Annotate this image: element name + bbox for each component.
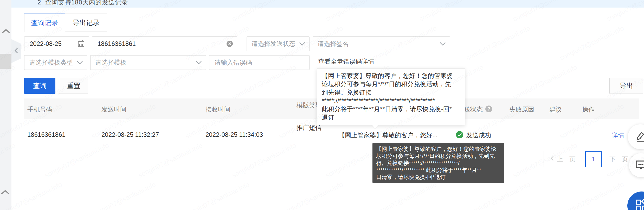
tooltip-line: 到先得。兑换链接 xyxy=(322,88,460,97)
template-type-placeholder: 请选择模板类型 xyxy=(29,58,73,67)
cell-status: 发送成功 xyxy=(466,131,491,139)
reset-button[interactable]: 重置 xyxy=(59,78,88,94)
cell-receive-time: 2022-08-25 11:34:03 xyxy=(205,131,263,138)
send-status-placeholder: 请选择发送状态 xyxy=(252,40,295,48)
cell-send-time: 2022-08-25 11:32:27 xyxy=(101,131,159,138)
tooltip-line: 日清零，请尽快兑换-回*退订 xyxy=(376,174,500,181)
chevron-left-icon xyxy=(14,47,19,55)
send-status-select[interactable]: 请选择发送状态 xyxy=(247,36,310,51)
error-code-detail-link[interactable]: 查看全量错误码详情 xyxy=(318,57,374,66)
sidebar-collapse-handle[interactable] xyxy=(11,39,21,63)
sms-content-tooltip: 【网上管家婆】尊敬的客户，您好！您的管家婆 论坛积分可参与每月*/*/*日的积分… xyxy=(317,68,465,125)
phone-filter[interactable] xyxy=(92,36,237,51)
query-button[interactable]: 查询 xyxy=(24,78,55,94)
pagination-page-label: 1 xyxy=(592,156,595,163)
tooltip-line: 退订 xyxy=(322,113,460,122)
error-code-input[interactable] xyxy=(209,55,309,70)
signature-select[interactable]: 请选择签名 xyxy=(313,36,450,51)
info-banner: 2. 查询支持180天内的发送记录 xyxy=(11,0,644,8)
date-picker[interactable] xyxy=(24,36,89,51)
template-select[interactable]: 请选择模板 xyxy=(90,55,206,70)
success-check-icon xyxy=(456,131,463,138)
sms-query-console: 2. 查询支持180天内的发送记录 查询记录 导出记录 请选择发送状态 请选择签… xyxy=(0,0,644,210)
template-type-select[interactable]: 请选择模板类型 xyxy=(24,55,87,70)
chevron-down-icon xyxy=(195,60,202,65)
tab-export-records-label: 导出记录 xyxy=(73,18,100,27)
tooltip-caret xyxy=(371,124,379,128)
header-action: 操作 xyxy=(582,105,595,114)
scrollbar-thumb[interactable] xyxy=(0,54,11,69)
chat-icon xyxy=(635,158,644,172)
phone-input[interactable] xyxy=(92,37,237,51)
tooltip-line: 【网上管家婆】尊敬的客户，您好！您的管家婆论 xyxy=(376,145,500,152)
tooltip-line: 坛积分可参与每月*/*/*日的积分兑换活动，先到先 xyxy=(376,152,500,159)
apps-fab[interactable] xyxy=(627,192,644,210)
help-icon[interactable]: ? xyxy=(485,106,492,112)
tab-query-records[interactable]: 查询记录 xyxy=(24,14,65,32)
tooltip-line: 得。兑换链接*****://****************/ xyxy=(376,159,500,166)
tooltip-line: 【网上管家婆】尊敬的客户，您好！您的管家婆 xyxy=(322,72,460,80)
signature-placeholder: 请选择签名 xyxy=(318,40,349,48)
tooltip-line: 论坛积分可参与每月*/*/*日的积分兑换活动，先 xyxy=(322,80,460,88)
tooltip-line: 此积分将于****年**月**日清零，请尽快兑换-回* xyxy=(322,105,460,113)
cell-phone: 18616361861 xyxy=(27,131,66,138)
pagination-prev-label: 上一页 xyxy=(557,155,576,163)
header-fail-reason: 失败原因 xyxy=(509,105,534,114)
header-receive-time: 接收时间 xyxy=(205,105,230,114)
tab-export-records[interactable]: 导出记录 xyxy=(65,14,107,32)
scroll-up-bottom-icon[interactable] xyxy=(0,189,10,195)
tab-query-records-label: 查询记录 xyxy=(31,18,58,28)
chevron-down-icon xyxy=(76,60,83,65)
calendar-icon[interactable] xyxy=(77,40,85,48)
tooltip-line: ************/********** 此积分将于****年**月** xyxy=(376,166,500,174)
header-advice: 建议 xyxy=(549,105,562,114)
clear-icon[interactable] xyxy=(226,40,233,47)
grid-icon xyxy=(635,198,644,210)
error-code-filter[interactable] xyxy=(209,55,310,70)
info-banner-text: 2. 查询支持180天内的发送记录 xyxy=(37,0,128,7)
chevron-down-icon xyxy=(439,42,446,46)
pagination-page-1[interactable]: 1 xyxy=(585,151,602,167)
pagination-next-label: 下一页 xyxy=(609,155,628,163)
header-send-time: 发送时间 xyxy=(101,105,126,114)
query-button-label: 查询 xyxy=(33,81,47,90)
template-placeholder: 请选择模板 xyxy=(95,58,126,67)
scroll-up-icon[interactable] xyxy=(1,28,11,34)
sms-content-dark-tooltip: 【网上管家婆】尊敬的客户，您好！您的管家婆论 坛积分可参与每月*/*/*日的积分… xyxy=(372,143,504,183)
header-phone: 手机号码 xyxy=(27,105,52,114)
detail-link[interactable]: 详情 xyxy=(612,131,624,140)
export-button-label: 导出 xyxy=(620,81,633,90)
export-button[interactable]: 导出 xyxy=(609,78,643,94)
reset-button-label: 重置 xyxy=(67,81,80,90)
chevron-down-icon xyxy=(299,42,306,46)
tooltip-line: *****://****************/************/**… xyxy=(322,97,460,105)
pagination-prev[interactable]: 上一页 xyxy=(544,151,582,167)
chevron-left-icon xyxy=(550,156,554,163)
cell-content-preview[interactable]: 【网上管家婆】尊敬的客户，您好... xyxy=(339,131,437,139)
edit-icon xyxy=(634,129,644,144)
